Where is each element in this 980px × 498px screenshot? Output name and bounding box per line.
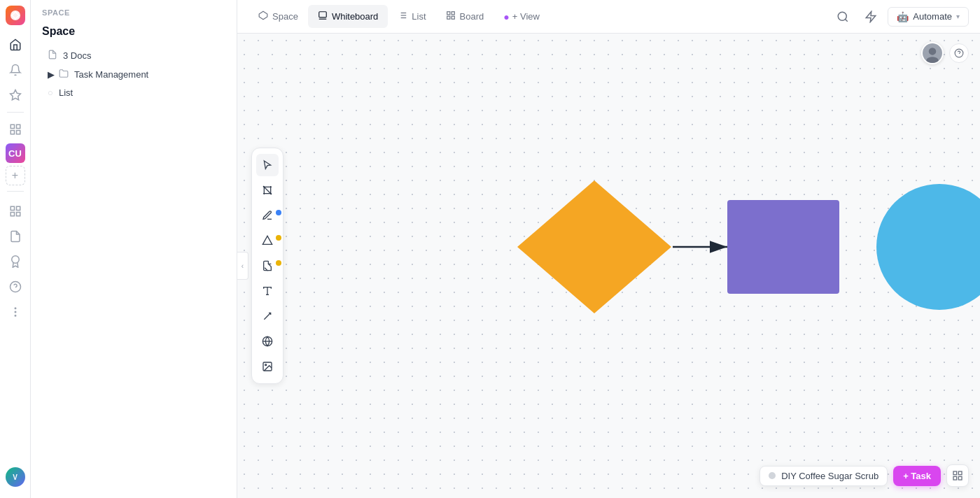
svg-point-10 [11, 256, 19, 264]
nav-rail: CU + V [0, 0, 31, 498]
expand-arrow: ▶ [48, 69, 53, 80]
folder-icon [59, 69, 69, 80]
svg-rect-54 [953, 476, 957, 480]
svg-line-30 [846, 19, 848, 21]
nav-dashboard[interactable] [4, 200, 27, 222]
list-tab-icon [398, 10, 407, 22]
svg-rect-9 [16, 213, 20, 216]
tab-list-label: List [412, 11, 426, 22]
whiteboard-tab-icon [318, 10, 328, 22]
svg-rect-35 [727, 200, 839, 294]
sidebar-task-management-label: Task Management [74, 69, 148, 80]
svg-marker-31 [867, 11, 876, 22]
svg-rect-28 [451, 16, 454, 19]
canvas-apps-button[interactable] [946, 464, 969, 487]
sidebar-space-name[interactable]: Space [31, 22, 237, 46]
svg-rect-53 [958, 471, 962, 475]
tab-view-label: + View [512, 11, 540, 22]
tab-space-label: Space [272, 11, 298, 22]
whiteboard-canvas[interactable]: ‹ [237, 34, 980, 498]
canvas-user-avatar[interactable] [921, 42, 944, 64]
pen-dot [276, 210, 281, 215]
tab-add-view[interactable]: ● + View [493, 6, 550, 28]
tab-whiteboard[interactable]: Whiteboard [308, 5, 388, 28]
svg-line-42 [264, 313, 270, 319]
svg-point-13 [15, 308, 16, 309]
list-arrow: ○ [48, 87, 53, 98]
automate-icon: 🤖 [897, 11, 909, 22]
svg-rect-2 [10, 124, 14, 128]
nav-divider-2 [7, 191, 24, 192]
svg-point-49 [926, 57, 939, 64]
sidebar-list-label: List [59, 87, 73, 98]
svg-rect-27 [447, 16, 449, 19]
collapse-sidebar-button[interactable]: ‹ [237, 252, 248, 280]
tool-image[interactable] [256, 355, 279, 378]
svg-rect-55 [958, 476, 962, 480]
nav-space-s[interactable]: CU [6, 143, 25, 163]
sidebar-item-docs[interactable]: 3 Docs [36, 46, 231, 65]
sidebar-item-task-management[interactable]: ▶ Task Management [36, 65, 231, 84]
tab-whiteboard-label: Whiteboard [332, 11, 378, 22]
task-widget[interactable]: DIY Coffee Sugar Scrub [760, 466, 888, 486]
svg-rect-6 [10, 206, 14, 210]
svg-point-36 [876, 184, 980, 310]
main-content: Space Whiteboard List Board ● + View [237, 0, 980, 498]
nav-user-avatar[interactable]: V [6, 467, 25, 487]
svg-point-48 [929, 48, 937, 55]
search-button[interactable] [832, 6, 854, 28]
sidebar-space-header: SPACE [31, 8, 237, 22]
nav-favorites[interactable] [4, 84, 27, 106]
tool-shapes[interactable] [256, 229, 279, 252]
tool-sticky[interactable] [256, 255, 279, 277]
sidebar-item-list[interactable]: ○ List [36, 84, 231, 101]
svg-rect-26 [451, 12, 454, 15]
docs-icon [48, 50, 57, 62]
shapes-dot [276, 235, 281, 241]
automate-button[interactable]: 🤖 Automate ▾ [888, 7, 969, 27]
whiteboard-toolbar [251, 148, 284, 384]
tool-magic-select[interactable] [256, 179, 279, 201]
tab-space[interactable]: Space [248, 5, 308, 28]
sidebar: SPACE Space 3 Docs ▶ Task Management ○ L… [31, 0, 237, 498]
tool-select[interactable] [256, 154, 279, 176]
app-logo[interactable] [6, 6, 25, 25]
svg-rect-7 [16, 206, 20, 210]
topbar: Space Whiteboard List Board ● + View [237, 0, 980, 34]
canvas-help-button[interactable] [949, 43, 969, 63]
automate-label: Automate [913, 11, 952, 22]
lightning-button[interactable] [860, 6, 882, 28]
tab-list[interactable]: List [388, 5, 435, 28]
tool-text[interactable] [256, 280, 279, 302]
add-task-button[interactable]: + Task [893, 466, 941, 486]
nav-notifications[interactable] [4, 59, 27, 81]
canvas-top-right-controls [921, 42, 969, 64]
svg-rect-52 [953, 471, 957, 475]
svg-point-15 [15, 315, 16, 317]
svg-rect-5 [16, 131, 20, 134]
svg-point-29 [839, 12, 847, 20]
nav-docs[interactable] [4, 225, 27, 248]
nav-apps[interactable] [4, 118, 27, 141]
svg-marker-1 [10, 90, 20, 100]
sticky-dot [276, 260, 281, 266]
task-btn-label: + Task [903, 471, 931, 481]
automate-dropdown-icon: ▾ [956, 13, 960, 20]
nav-goals[interactable] [4, 250, 27, 273]
nav-home[interactable] [4, 34, 27, 56]
task-status-dot [769, 472, 776, 479]
tab-board[interactable]: Board [436, 5, 494, 28]
nav-more[interactable] [4, 301, 27, 323]
tool-pen[interactable] [256, 204, 279, 227]
nav-help[interactable] [4, 276, 27, 298]
svg-marker-16 [259, 11, 267, 20]
tool-embed[interactable] [256, 330, 279, 353]
svg-rect-3 [16, 124, 20, 128]
sidebar-docs-label: 3 Docs [63, 50, 91, 61]
svg-point-14 [15, 311, 16, 313]
svg-rect-8 [10, 213, 14, 216]
nav-add-space[interactable]: + [6, 166, 25, 185]
tool-connector[interactable] [256, 305, 279, 327]
svg-rect-25 [447, 12, 449, 15]
topbar-right: 🤖 Automate ▾ [832, 6, 969, 28]
